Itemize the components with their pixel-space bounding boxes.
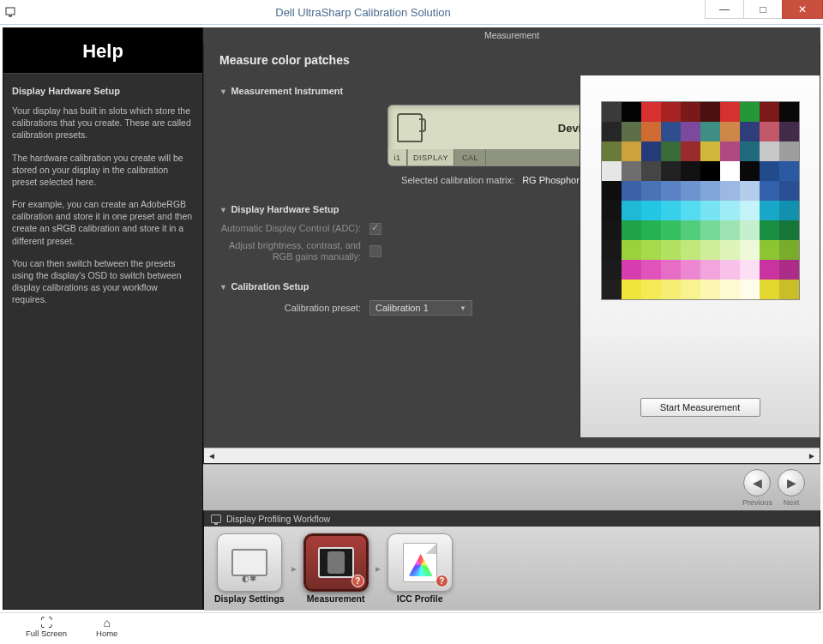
help-header: Help <box>3 28 202 74</box>
color-patch <box>641 122 661 141</box>
color-patch <box>740 181 760 201</box>
color-patch <box>622 141 641 161</box>
svg-rect-1 <box>9 15 12 17</box>
workflow-title: Display Profiling Workflow <box>226 514 330 524</box>
color-patch <box>622 201 641 220</box>
calibration-preset-label: Calibration preset: <box>219 303 369 313</box>
lcd-seg-cal: CAL <box>455 149 486 166</box>
color-patch <box>760 181 779 201</box>
color-patch <box>681 102 700 122</box>
scroll-left-button[interactable]: ◄ <box>204 448 219 463</box>
color-patch-grid <box>601 101 800 300</box>
help-badge-icon[interactable]: ? <box>436 575 448 587</box>
color-patch <box>661 181 681 201</box>
full-screen-label: Full Screen <box>26 629 67 638</box>
color-patch <box>700 141 720 161</box>
color-patch <box>740 141 760 161</box>
color-patch <box>700 201 720 220</box>
color-patch <box>641 181 661 201</box>
color-patch <box>720 122 740 141</box>
color-patch <box>602 141 622 161</box>
color-patch <box>622 220 641 240</box>
previous-button[interactable]: ◀ <box>743 469 771 497</box>
color-patch <box>700 181 720 201</box>
color-patch <box>661 280 681 299</box>
color-patch <box>622 122 641 141</box>
color-patch <box>602 201 622 220</box>
svg-rect-0 <box>6 8 15 15</box>
close-button[interactable]: ✕ <box>782 0 823 19</box>
color-patch <box>720 141 740 161</box>
full-screen-button[interactable]: ⛶ Full Screen <box>26 617 67 638</box>
color-patch <box>740 240 760 260</box>
app-icon <box>0 0 21 25</box>
color-patch <box>720 220 740 240</box>
color-patch <box>700 102 720 122</box>
horizontal-scrollbar[interactable]: ◄ ► <box>204 448 820 463</box>
matrix-label: Selected calibration matrix: <box>401 175 514 185</box>
color-patch <box>720 161 740 181</box>
color-patch <box>740 102 760 122</box>
color-patch <box>760 122 779 141</box>
workflow-step-measurement[interactable]: ? <box>303 533 369 592</box>
color-patch <box>661 220 681 240</box>
workflow-step-display-settings[interactable] <box>217 533 282 592</box>
color-patch <box>681 122 700 141</box>
scroll-right-button[interactable]: ► <box>804 448 820 463</box>
color-patch <box>602 122 622 141</box>
color-patch <box>622 161 641 181</box>
color-patch <box>602 161 622 181</box>
color-patch <box>622 280 641 299</box>
icc-profile-icon <box>403 543 437 582</box>
color-patch <box>700 122 720 141</box>
chevron-down-icon: ▼ <box>460 304 466 312</box>
color-patch <box>779 141 799 161</box>
color-patch <box>700 161 720 181</box>
color-patch <box>602 280 622 299</box>
color-patch <box>661 260 681 280</box>
help-paragraph: For example, you can create an AdobeRGB … <box>12 198 194 247</box>
page-title: Measure color patches <box>219 53 804 67</box>
workflow-step-label: ICC Profile <box>397 593 443 604</box>
minimize-button[interactable]: — <box>705 0 744 19</box>
window-title: Dell UltraSharp Calibration Solution <box>21 6 706 19</box>
previous-label: Previous <box>742 498 772 507</box>
color-patch <box>641 102 661 122</box>
color-patch <box>760 280 779 299</box>
color-patch <box>641 141 661 161</box>
help-badge-icon[interactable]: ? <box>351 575 364 587</box>
color-patch <box>641 161 661 181</box>
maximize-button[interactable]: □ <box>743 0 783 19</box>
color-patch <box>681 141 700 161</box>
workflow-step-icc-profile[interactable]: ? <box>387 533 453 592</box>
color-patch <box>740 280 760 299</box>
color-patch <box>760 161 779 181</box>
content-tab-measurement: Measurement <box>203 27 820 43</box>
start-measurement-button[interactable]: Start Measurement <box>640 398 760 417</box>
color-patch <box>641 201 661 220</box>
help-paragraph: Your display has built in slots which st… <box>12 105 194 141</box>
color-patch <box>740 220 760 240</box>
home-label: Home <box>96 629 117 638</box>
color-patch <box>602 102 622 122</box>
calibration-preset-select[interactable]: Calibration 1 ▼ <box>369 300 472 316</box>
scroll-track[interactable] <box>219 448 804 463</box>
color-patch <box>661 161 681 181</box>
content-area: Measure color patches Measurement Instru… <box>203 43 820 464</box>
color-patch <box>720 280 740 299</box>
color-patch <box>779 181 799 201</box>
color-patch <box>760 201 779 220</box>
adc-checkbox[interactable] <box>369 223 381 235</box>
color-patch <box>720 240 740 260</box>
manual-gains-checkbox[interactable] <box>369 245 381 257</box>
color-patch <box>720 260 740 280</box>
next-label: Next <box>784 498 800 507</box>
color-patch <box>779 280 799 299</box>
color-patch <box>622 102 641 122</box>
workflow-strip: Display Profiling Workflow Display Setti… <box>203 510 820 610</box>
color-patch <box>681 280 700 299</box>
next-button[interactable]: ▶ <box>778 469 805 497</box>
color-patch <box>681 201 700 220</box>
title-bar: Dell UltraSharp Calibration Solution — □… <box>0 0 823 25</box>
home-button[interactable]: ⌂ Home <box>96 617 117 638</box>
